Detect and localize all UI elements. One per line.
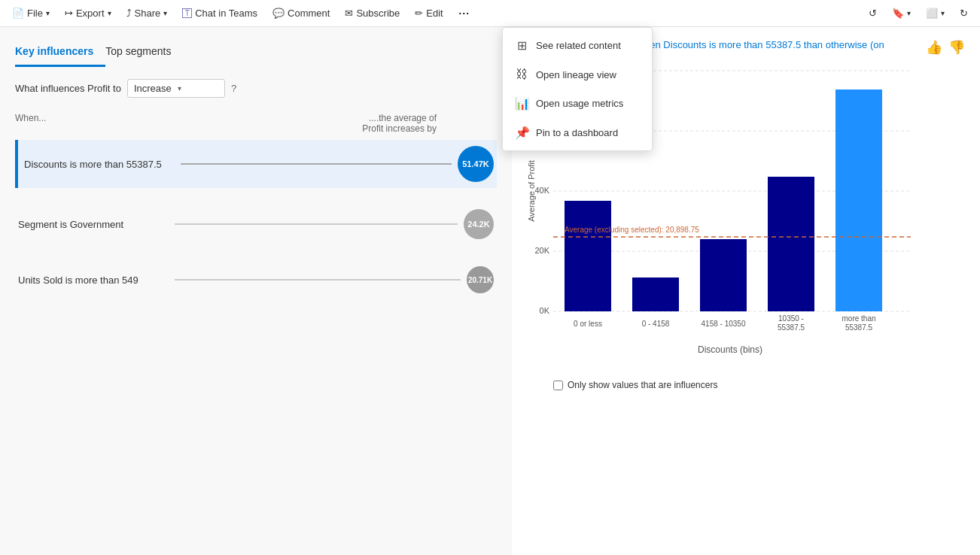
refresh-icon: ↻ bbox=[960, 8, 968, 19]
when-label: When... bbox=[15, 113, 46, 134]
bookmark-button[interactable]: 🔖 ▾ bbox=[886, 5, 917, 22]
refresh-button[interactable]: ↻ bbox=[954, 5, 974, 22]
more-options-button[interactable]: ··· bbox=[452, 2, 476, 24]
share-icon: ⤴ bbox=[126, 8, 132, 19]
main-content: Key influencers Top segments What influe… bbox=[0, 27, 980, 555]
influencer-line-1 bbox=[175, 223, 458, 225]
view-chevron-icon: ▾ bbox=[941, 9, 945, 17]
edit-button[interactable]: ✏ Edit bbox=[409, 5, 449, 22]
increase-dropdown[interactable]: Increase ▾ bbox=[127, 79, 225, 98]
menu-item-usage-metrics[interactable]: 📊 Open usage metrics bbox=[503, 89, 652, 118]
left-panel: Key influencers Top segments What influe… bbox=[0, 27, 512, 555]
svg-rect-14 bbox=[835, 89, 882, 311]
comment-icon: 💬 bbox=[272, 8, 285, 19]
influencer-line-0 bbox=[181, 163, 452, 165]
svg-text:4158 - 10350: 4158 - 10350 bbox=[702, 320, 746, 328]
bookmark-chevron-icon: ▾ bbox=[907, 9, 911, 17]
svg-text:more than: more than bbox=[842, 314, 875, 323]
tabs: Key influencers Top segments bbox=[15, 39, 497, 67]
thumbs-down-button[interactable]: 👎 bbox=[948, 39, 965, 56]
related-content-icon: ⊞ bbox=[515, 38, 528, 53]
edit-icon: ✏ bbox=[415, 8, 423, 19]
teams-icon: 🅃 bbox=[182, 8, 192, 19]
svg-text:Average of Profit: Average of Profit bbox=[527, 160, 536, 222]
export-chevron-icon: ▾ bbox=[108, 9, 111, 17]
subscribe-button[interactable]: ✉ Subscribe bbox=[339, 5, 406, 22]
menu-item-lineage[interactable]: ⛓ Open lineage view bbox=[503, 60, 652, 89]
svg-text:10350 -: 10350 - bbox=[778, 314, 804, 323]
tab-top-segments[interactable]: Top segments bbox=[105, 39, 183, 67]
svg-text:20K: 20K bbox=[534, 246, 549, 255]
thumbs-up-button[interactable]: 👍 bbox=[926, 39, 942, 56]
undo-button[interactable]: ↺ bbox=[863, 5, 883, 22]
file-chevron-icon: ▾ bbox=[46, 9, 50, 17]
file-icon: 📄 bbox=[12, 8, 24, 19]
svg-text:Discounts (bins): Discounts (bins) bbox=[698, 344, 762, 355]
more-icon: ··· bbox=[458, 5, 470, 20]
svg-text:Average (excluding selected): : Average (excluding selected): 20,898.75 bbox=[565, 226, 699, 234]
menu-item-see-related-label: See related content bbox=[536, 40, 621, 51]
toolbar-right-actions: ↺ 🔖 ▾ ⬜ ▾ ↻ bbox=[863, 5, 974, 22]
svg-text:0K: 0K bbox=[540, 306, 550, 315]
filter-label: What influences Profit to bbox=[15, 83, 121, 94]
undo-icon: ↺ bbox=[869, 8, 877, 19]
dropdown-value: Increase bbox=[134, 83, 175, 94]
subscribe-icon: ✉ bbox=[345, 8, 353, 19]
svg-text:0 - 4158: 0 - 4158 bbox=[642, 320, 670, 328]
usage-metrics-icon: 📊 bbox=[515, 96, 528, 111]
influencer-text-1: Segment is Government bbox=[18, 219, 169, 230]
svg-text:0 or less: 0 or less bbox=[574, 320, 602, 328]
menu-item-pin-label: Pin to a dashboard bbox=[536, 127, 618, 138]
svg-rect-10 bbox=[565, 201, 611, 311]
svg-text:40K: 40K bbox=[534, 186, 549, 195]
menu-item-lineage-label: Open lineage view bbox=[536, 69, 616, 80]
file-button[interactable]: 📄 File ▾ bbox=[6, 5, 56, 22]
toolbar: 📄 File ▾ ↦ Export ▾ ⤴ Share ▾ 🅃 Chat in … bbox=[0, 0, 980, 27]
share-chevron-icon: ▾ bbox=[163, 9, 167, 17]
chat-in-teams-button[interactable]: 🅃 Chat in Teams bbox=[176, 5, 263, 22]
influencer-row-0[interactable]: Discounts is more than 55387.5 51.47K bbox=[15, 140, 497, 188]
avg-label: ....the average of Profit increases by bbox=[346, 113, 437, 134]
influencer-text-2: Units Sold is more than 549 bbox=[18, 274, 169, 286]
dropdown-arrow-icon: ▾ bbox=[178, 84, 218, 92]
svg-rect-13 bbox=[768, 177, 814, 311]
influencer-bubble-1: 24.2K bbox=[464, 209, 494, 239]
filter-row: What influences Profit to Increase ▾ ? bbox=[15, 79, 497, 98]
checkbox-label: Only show values that are influencers bbox=[568, 380, 717, 390]
influencer-row-2[interactable]: Units Sold is more than 549 20.71K bbox=[15, 260, 497, 299]
influencer-row-1[interactable]: Segment is Government 24.2K bbox=[15, 203, 497, 245]
help-icon[interactable]: ? bbox=[231, 83, 236, 94]
export-button[interactable]: ↦ Export ▾ bbox=[59, 5, 117, 22]
lineage-icon: ⛓ bbox=[515, 68, 528, 81]
menu-item-usage-metrics-label: Open usage metrics bbox=[536, 98, 623, 109]
like-bar: 👍 👎 bbox=[926, 39, 965, 56]
influencer-line-2 bbox=[175, 279, 461, 281]
influencers-only-checkbox[interactable] bbox=[553, 381, 563, 390]
view-icon: ⬜ bbox=[926, 8, 938, 19]
influencer-bubble-0: 51.47K bbox=[458, 146, 494, 182]
view-button[interactable]: ⬜ ▾ bbox=[920, 5, 951, 22]
share-button[interactable]: ⤴ Share ▾ bbox=[120, 5, 174, 22]
influencer-text-0: Discounts is more than 55387.5 bbox=[24, 159, 175, 170]
pin-icon: 📌 bbox=[515, 126, 528, 140]
bookmark-icon: 🔖 bbox=[892, 8, 904, 19]
dropdown-menu: ⊞ See related content ⛓ Open lineage vie… bbox=[502, 27, 653, 151]
svg-text:55387.5: 55387.5 bbox=[845, 323, 873, 332]
menu-item-see-related[interactable]: ⊞ See related content bbox=[503, 31, 652, 60]
comment-button[interactable]: 💬 Comment bbox=[266, 5, 336, 22]
influencer-bubble-2: 20.71K bbox=[467, 266, 494, 293]
when-header: When... ....the average of Profit increa… bbox=[15, 113, 497, 134]
export-icon: ↦ bbox=[65, 8, 73, 19]
svg-rect-12 bbox=[700, 239, 747, 311]
tab-key-influencers[interactable]: Key influencers bbox=[15, 39, 105, 67]
svg-text:55387.5: 55387.5 bbox=[778, 323, 805, 332]
svg-rect-11 bbox=[632, 278, 679, 311]
checkbox-row: Only show values that are influencers bbox=[553, 380, 717, 390]
menu-item-pin-dashboard[interactable]: 📌 Pin to a dashboard bbox=[503, 118, 652, 147]
